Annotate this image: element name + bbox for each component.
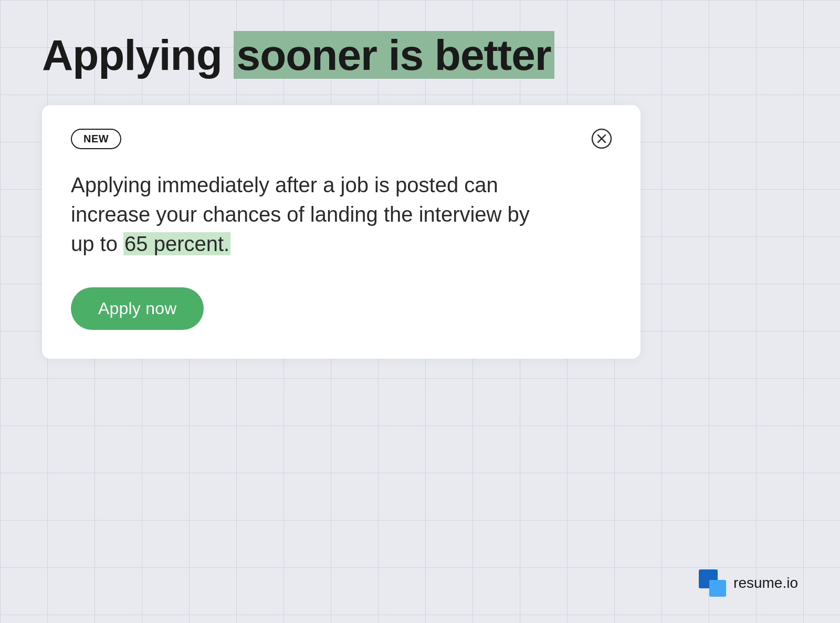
card-body-text: Applying immediately after a job is post… [71,170,533,258]
resume-io-logo [699,569,726,597]
body-text-highlight: 65 percent. [123,232,230,255]
brand-name: resume.io [733,575,798,591]
main-heading: Applying sooner is better [42,32,798,79]
apply-now-button[interactable]: Apply now [71,287,204,330]
heading-highlight: sooner is better [234,31,554,79]
heading-text-before: Applying [42,31,234,79]
content-wrapper: Applying sooner is better NEW Applying i… [0,0,840,380]
branding-section: resume.io [699,569,798,597]
info-card: NEW Applying immediately after a job is … [42,105,640,359]
close-icon [591,128,612,149]
close-button[interactable] [589,126,614,151]
new-badge: NEW [71,129,121,149]
logo-front-square [709,580,726,597]
